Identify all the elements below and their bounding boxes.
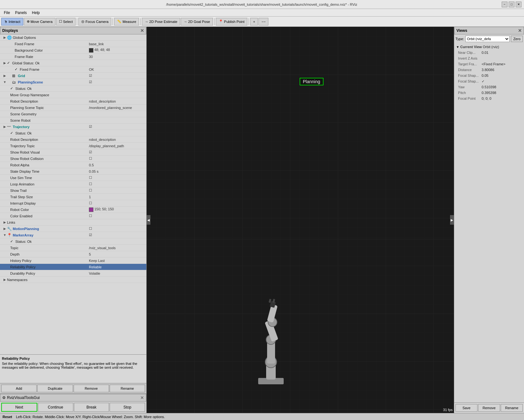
tree-row-global-options[interactable]: ▶ 🌐 Global Options — [0, 34, 146, 41]
publish-point-button[interactable]: 📍 Publish Point — [216, 18, 247, 25]
tree-row-interrupt-display[interactable]: Interrupt Display ☐ — [0, 200, 146, 206]
tree-value: ☐ — [89, 201, 146, 205]
tree-row-use-sim-time[interactable]: Use Sim Time ☐ — [0, 175, 146, 181]
pose-2d-button[interactable]: → 2D Pose Estimate — [142, 18, 180, 25]
viewport[interactable]: Planning ◀ ▶ 31 fps — [147, 27, 454, 413]
menu-file[interactable]: File — [1, 10, 12, 16]
tree-row-move-group[interactable]: Move Group Namespace — [0, 92, 146, 98]
views-near-clip-row: Near Clip... 0.01 — [455, 50, 523, 55]
views-remove-button[interactable]: Remove — [478, 404, 500, 412]
move-camera-icon: ⊕ — [27, 19, 30, 24]
tree-row-history-policy[interactable]: History Policy Keep Last — [0, 257, 146, 264]
tree-row-frame-rate[interactable]: Frame Rate 30 — [0, 54, 146, 60]
extra-button-2[interactable]: −− — [258, 18, 268, 25]
tree-row-planning-scene[interactable]: ▼ 🗂 PlanningScene ☑ — [0, 79, 146, 85]
menu-panels[interactable]: Panels — [12, 10, 29, 16]
tree-row-marker-array[interactable]: ▼ 📍 MarkerArray ☑ — [0, 232, 146, 238]
tree-row-traj-status[interactable]: ✓ Status: Ok — [0, 130, 146, 136]
close-button[interactable]: ✕ — [516, 2, 521, 7]
menu-help[interactable]: Help — [29, 10, 42, 16]
tree-row-reliability-policy[interactable]: Reliability Policy Reliable — [0, 264, 146, 270]
tree-row-trail-step[interactable]: Trail Step Size 1 — [0, 194, 146, 200]
tree-arrow: ▼ — [3, 233, 7, 237]
views-save-button[interactable]: Save — [455, 404, 477, 412]
tree-row-color-enabled[interactable]: Color Enabled ☐ — [0, 213, 146, 219]
tree-row-planning-scene-topic[interactable]: Planning Scene Topic /monitored_planning… — [0, 105, 146, 111]
next-button[interactable]: Next — [1, 403, 37, 412]
move-camera-button[interactable]: ⊕ Move Camera — [24, 18, 55, 25]
tree-row-robot-color[interactable]: Robot Color 150; 50; 150 — [0, 206, 146, 213]
extra-button-1[interactable]: + — [250, 18, 258, 25]
tree-row-ps-status[interactable]: ✓ Status: Ok — [0, 85, 146, 92]
goal-2d-button[interactable]: → 2D Goal Pose — [181, 18, 213, 25]
rviz-tools-close-button[interactable]: ✕ — [140, 395, 144, 400]
duplicate-button[interactable]: Duplicate — [37, 385, 73, 392]
move-camera-label: Move Camera — [31, 20, 53, 24]
tree-row-depth[interactable]: Depth 5 — [0, 251, 146, 257]
tree-row-links[interactable]: ▶ Links — [0, 219, 146, 226]
info-panel: Reliability Policy Set the reliability p… — [0, 354, 146, 383]
displays-close-button[interactable]: ✕ — [140, 28, 144, 33]
tree-value: base_link — [89, 42, 146, 46]
displays-title: Displays — [2, 28, 18, 33]
tree-row-scene-geometry[interactable]: Scene Geometry — [0, 111, 146, 117]
tree-row-show-trail[interactable]: Show Trail ☐ — [0, 187, 146, 194]
rename-button[interactable]: Rename — [110, 385, 145, 392]
tree-row-traj-robot-desc[interactable]: Robot Description robot_description — [0, 136, 146, 143]
views-rename-button[interactable]: Rename — [501, 404, 523, 412]
tree-value: 48; 48; 48 — [89, 48, 146, 52]
restore-button[interactable]: □ — [509, 2, 514, 7]
tree-row-ma-status[interactable]: ✓ Status: Ok — [0, 238, 146, 245]
marker-array-icon: 📍 — [7, 233, 13, 237]
select-icon: ☐ — [59, 19, 62, 24]
views-type-select[interactable]: Orbit (rviz_defa — [465, 36, 510, 42]
tree-row-trajectory[interactable]: ▶ 〰 Trajectory ☑ — [0, 124, 146, 130]
views-close-button[interactable]: ✕ — [518, 28, 522, 33]
remove-button[interactable]: Remove — [74, 385, 109, 392]
tree-row-grid[interactable]: ▶ ⊞ Grid ☑ — [0, 73, 146, 79]
tree-row-show-collision[interactable]: Show Robot Collision ☐ — [0, 156, 146, 162]
tree-row-motion-planning[interactable]: ▶ 🔧 MotionPlanning ☐ — [0, 226, 146, 232]
measure-icon: 📏 — [117, 19, 121, 24]
tree-row-show-visual[interactable]: Show Robot Visual ☑ — [0, 149, 146, 156]
grid-icon: ⊞ — [12, 74, 18, 78]
tree-label: Durability Policy — [10, 272, 89, 275]
select-button[interactable]: ☐ Select — [56, 18, 76, 25]
tree-row-loop-animation[interactable]: Loop Animation ☐ — [0, 181, 146, 187]
tree-label: Show Robot Collision — [10, 157, 89, 161]
zero-button[interactable]: Zero — [511, 36, 523, 42]
break-button[interactable]: Break — [74, 403, 109, 412]
tree-row-fixed-frame-ok[interactable]: ✓ Fixed Frame OK — [0, 66, 146, 73]
tree-row-ma-topic[interactable]: Topic /rviz_visual_tools — [0, 245, 146, 251]
tree-label: Move Group Namespace — [10, 93, 89, 97]
views-key: Near Clip... — [456, 51, 482, 54]
tree-value: ☐ — [89, 214, 146, 218]
tree-row-fixed-frame[interactable]: Fixed Frame base_link — [0, 41, 146, 47]
status-reset[interactable]: Reset — [3, 415, 12, 419]
collapse-left-button[interactable]: ◀ — [147, 215, 150, 225]
continue-button[interactable]: Continue — [38, 403, 73, 412]
tree-row-namespaces[interactable]: ▶ Namespaces — [0, 277, 146, 283]
stop-button[interactable]: Stop — [110, 403, 145, 412]
tree-row-robot-desc[interactable]: Robot Description robot_description — [0, 98, 146, 105]
tree-row-background-color[interactable]: Background Color 48; 48; 48 — [0, 47, 146, 54]
focus-camera-button[interactable]: ◎ Focus Camera — [78, 18, 111, 25]
tree-label: Global Options — [13, 36, 89, 40]
add-button[interactable]: Add — [1, 385, 37, 392]
tree-value: OK — [89, 68, 146, 71]
tree-row-global-status[interactable]: ▶ ✓ Global Status: Ok — [0, 60, 146, 66]
left-panel: Displays ✕ ▶ 🌐 Global Options Fixed Fram… — [0, 27, 147, 413]
minimize-button[interactable]: − — [502, 2, 507, 7]
tree-label: Interrupt Display — [10, 201, 89, 205]
tree-row-durability-policy[interactable]: Durability Policy Volatile — [0, 270, 146, 277]
tree-row-traj-topic[interactable]: Trajectory Topic /display_planned_path — [0, 143, 146, 149]
displays-tree[interactable]: ▶ 🌐 Global Options Fixed Frame base_link… — [0, 34, 146, 354]
tree-row-scene-robot[interactable]: Scene Robot — [0, 117, 146, 124]
rviz-tools-panel: ⚙ RvizVisualToolsGui ✕ Next Continue Bre… — [0, 394, 146, 413]
measure-button[interactable]: 📏 Measure — [114, 18, 139, 25]
tree-row-robot-alpha[interactable]: Robot Alpha 0.5 — [0, 162, 146, 168]
interact-button[interactable]: 🖱 Interact — [1, 18, 23, 25]
tree-row-state-display-time[interactable]: State Display Time 0.05 s — [0, 168, 146, 175]
collapse-right-button[interactable]: ▶ — [450, 215, 454, 225]
window-controls[interactable]: − □ ✕ — [502, 2, 521, 7]
